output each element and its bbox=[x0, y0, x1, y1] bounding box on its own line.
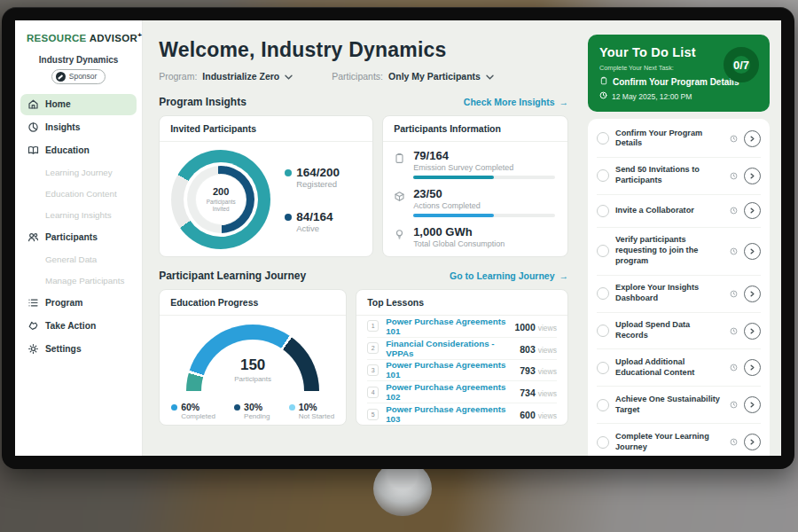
task-checkbox[interactable] bbox=[597, 205, 609, 217]
task-open-button[interactable] bbox=[744, 323, 761, 340]
todo-progress-value: 0/7 bbox=[733, 59, 749, 72]
sidebar-item-general-data[interactable]: General Data bbox=[20, 250, 137, 270]
task-checkbox[interactable] bbox=[597, 325, 609, 337]
lesson-link[interactable]: Power Purchase Agreements 101 bbox=[386, 360, 512, 379]
task-open-button[interactable] bbox=[744, 359, 761, 376]
task-open-button[interactable] bbox=[744, 396, 761, 413]
filter-value: Only My Participants bbox=[388, 71, 481, 82]
views-count: 803 bbox=[520, 344, 536, 355]
participants-filter[interactable]: Participants:Only My Participants bbox=[332, 71, 494, 82]
task-row-upload-spend-data-records[interactable]: Upload Spend Data Records bbox=[597, 313, 761, 350]
sidebar-item-manage-participants[interactable]: Manage Participants bbox=[20, 271, 137, 291]
legend-dot bbox=[289, 404, 295, 411]
sidebar-item-program[interactable]: Program bbox=[20, 293, 137, 314]
lesson-views: 803views bbox=[520, 340, 557, 356]
lesson-views: 600views bbox=[520, 406, 557, 422]
task-checkbox[interactable] bbox=[597, 399, 609, 411]
donut-legend: 164/200Registered84/164Active bbox=[285, 166, 340, 233]
sidebar-item-education-content[interactable]: Education Content bbox=[20, 184, 137, 204]
page-title: Welcome, Industry Dynamics bbox=[159, 38, 568, 62]
gauge-center-label: Participants bbox=[186, 375, 319, 383]
views-suffix: views bbox=[538, 411, 557, 420]
task-checkbox[interactable] bbox=[597, 245, 609, 257]
task-row-verify-participants-requesting-to-join-the-program[interactable]: Verify participants requesting to join t… bbox=[597, 228, 761, 276]
sidebar-item-learning-insights[interactable]: Learning Insights bbox=[20, 206, 137, 225]
task-open-button[interactable] bbox=[744, 434, 761, 450]
task-checkbox[interactable] bbox=[597, 362, 609, 374]
clock-icon bbox=[730, 290, 738, 298]
task-open-button[interactable] bbox=[744, 130, 761, 147]
clock-icon bbox=[730, 438, 738, 446]
progress-track bbox=[413, 176, 555, 179]
sidebar-item-label: Settings bbox=[45, 344, 82, 354]
task-checkbox[interactable] bbox=[597, 287, 609, 300]
monitor-stand bbox=[373, 461, 432, 516]
task-row-explore-your-insights-dashboard[interactable]: Explore Your Insights Dashboard bbox=[597, 276, 761, 313]
task-row-invite-a-collaborator[interactable]: Invite a Collaborator bbox=[597, 195, 761, 228]
main-content: Welcome, Industry Dynamics Program:Indus… bbox=[143, 20, 581, 456]
chevron-down-icon bbox=[486, 71, 494, 82]
check-more-insights-link[interactable]: Check More Insights → bbox=[464, 97, 568, 107]
program-insights-heading: Program Insights bbox=[159, 96, 246, 108]
go-to-learning-journey-link[interactable]: Go to Learning Journey → bbox=[450, 270, 568, 281]
todo-due-date: 12 May 2025, 12:00 PM bbox=[612, 92, 692, 101]
card-title: Invited Participants bbox=[160, 116, 372, 142]
task-row-achieve-one-sustainability-target[interactable]: Achieve One Sustainability Target bbox=[597, 387, 761, 424]
sidebar-item-insights[interactable]: Insights bbox=[20, 117, 137, 138]
task-label: Confirm Your Program Details bbox=[615, 129, 724, 150]
lesson-row: 5Power Purchase Agreements 103600views bbox=[367, 403, 557, 425]
clock-icon bbox=[730, 327, 738, 335]
task-open-button[interactable] bbox=[744, 202, 761, 219]
lesson-link[interactable]: Power Purchase Agreements 101 bbox=[386, 317, 507, 336]
logo-secondary: ADVISOR bbox=[90, 33, 138, 43]
settings-icon bbox=[27, 343, 39, 355]
lesson-link[interactable]: Power Purchase Agreements 103 bbox=[386, 404, 512, 424]
task-open-button[interactable] bbox=[744, 243, 761, 260]
task-open-button[interactable] bbox=[744, 168, 761, 184]
views-count: 1000 bbox=[514, 322, 535, 332]
actions-icon bbox=[394, 190, 405, 201]
program-filter[interactable]: Program:Industrialize Zero bbox=[159, 71, 293, 82]
learning-journey-heading: Participant Learning Journey bbox=[159, 270, 306, 282]
sidebar-item-settings[interactable]: Settings bbox=[20, 339, 137, 360]
legend-value: 164/200 bbox=[296, 166, 340, 179]
sidebar-item-label: Learning Journey bbox=[45, 168, 113, 177]
task-label: Send 50 Invitations to Participants bbox=[615, 165, 724, 186]
views-suffix: views bbox=[538, 367, 557, 376]
lesson-link[interactable]: Financial Considerations - VPPAs bbox=[386, 339, 512, 358]
sponsor-icon bbox=[56, 72, 66, 82]
sidebar-item-take-action[interactable]: Take Action bbox=[20, 316, 137, 337]
progress-fill bbox=[413, 176, 494, 179]
metric-value: 1,000 GWh bbox=[413, 225, 555, 239]
logo-plus: + bbox=[137, 31, 142, 39]
task-row-complete-your-learning-journey[interactable]: Complete Your Learning Journey bbox=[597, 424, 761, 456]
app-logo: RESOURCE ADVISOR+ bbox=[15, 29, 142, 52]
legend-value: 84/164 bbox=[296, 210, 332, 223]
gauge-center-value: 150 bbox=[186, 356, 319, 374]
legend-label: Registered bbox=[296, 179, 340, 189]
task-row-confirm-your-program-details[interactable]: Confirm Your Program Details bbox=[597, 121, 761, 158]
sidebar-item-participants[interactable]: Participants bbox=[20, 227, 137, 248]
sidebar-item-learning-journey[interactable]: Learning Journey bbox=[20, 163, 137, 183]
insights-icon bbox=[27, 121, 39, 133]
sidebar-item-label: Learning Insights bbox=[45, 210, 112, 220]
metric-label: Emission Survey Completed bbox=[413, 163, 555, 172]
legend-value: 10% bbox=[299, 402, 317, 412]
sidebar-item-label: Participants bbox=[45, 232, 98, 242]
metric-emission-survey-completed: 79/164Emission Survey Completed bbox=[394, 149, 555, 179]
clipboard-icon bbox=[599, 76, 608, 87]
take-action-icon bbox=[27, 320, 39, 332]
sidebar-item-label: Program bbox=[45, 298, 82, 308]
todo-progress-ring: 0/7 bbox=[724, 47, 759, 82]
lesson-rank: 5 bbox=[367, 409, 379, 420]
task-checkbox[interactable] bbox=[597, 132, 609, 145]
sidebar-item-education[interactable]: Education bbox=[20, 140, 137, 161]
task-checkbox[interactable] bbox=[597, 169, 609, 182]
sidebar-item-home[interactable]: Home bbox=[20, 94, 137, 115]
task-checkbox[interactable] bbox=[597, 436, 609, 449]
card-title: Participants Information bbox=[383, 116, 567, 142]
task-open-button[interactable] bbox=[744, 286, 761, 302]
lesson-link[interactable]: Power Purchase Agreements 102 bbox=[386, 382, 512, 402]
task-row-send-50-invitations-to-participants[interactable]: Send 50 Invitations to Participants bbox=[597, 158, 761, 195]
task-row-upload-additional-educational-content[interactable]: Upload Additional Educational Content bbox=[597, 349, 761, 387]
